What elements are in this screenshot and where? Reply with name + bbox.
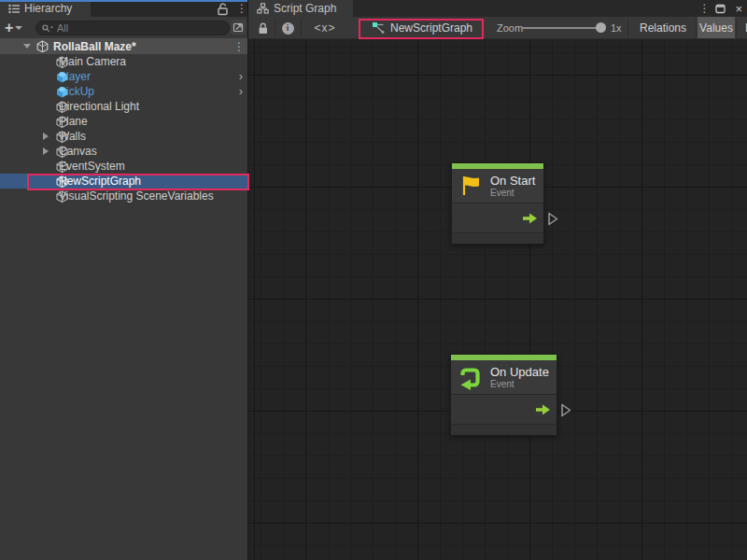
add-object-button[interactable]: + [5, 21, 22, 35]
node-on-start[interactable]: On Start Event [451, 162, 544, 245]
node-body [452, 203, 543, 233]
prefab-chevron-icon[interactable]: › [239, 70, 243, 83]
scene-header-row[interactable]: RollaBall Maze* ⋮ [0, 38, 247, 54]
hierarchy-row-eventsystem[interactable]: EventSystem [0, 159, 247, 174]
hierarchy-row-canvas[interactable]: Canvas [0, 144, 247, 159]
breadcrumb-graph-button[interactable]: NewScriptGraph [365, 19, 479, 37]
hierarchy-toolbar: + [0, 17, 247, 38]
hierarchy-row-plane[interactable]: Plane [0, 114, 247, 129]
zoom-value: 1x [611, 17, 622, 39]
node-subtitle: Event [490, 188, 535, 199]
hierarchy-item-label: NewScriptGraph [59, 175, 141, 188]
tab-script-graph-label: Script Graph [274, 2, 336, 15]
values-toggle-button[interactable]: Values [698, 17, 735, 39]
flag-icon [458, 174, 483, 198]
hierarchy-list-icon [8, 4, 20, 14]
zoom-slider-track[interactable] [521, 27, 605, 29]
chevron-down-icon [15, 26, 22, 30]
node-header: On Update Event [451, 360, 557, 395]
prefab-cube-icon [56, 71, 68, 83]
prefab-cube-icon [56, 86, 68, 98]
relations-toggle-button[interactable]: Relations [631, 17, 695, 39]
script-graph-tabbar: Script Graph ⋮ × [248, 0, 747, 17]
dim-toggle-button[interactable]: Dim [738, 17, 747, 39]
hierarchy-item-label: Directional Light [59, 100, 139, 113]
node-footer [451, 425, 557, 435]
hierarchy-row-pickup[interactable]: PickUp › [0, 84, 247, 99]
scene-collapse-icon[interactable] [23, 44, 31, 49]
focused-panel-indicator [0, 0, 247, 2]
hierarchy-panel: Hierarchy ⋮ + [0, 0, 247, 560]
search-popout-button[interactable] [231, 20, 246, 35]
tab-script-graph[interactable]: Script Graph [248, 0, 353, 17]
search-icon [42, 24, 54, 33]
panel-menu-icon[interactable]: ⋮ [698, 3, 706, 14]
flow-output-port[interactable] [559, 402, 572, 418]
node-subtitle: Event [490, 379, 549, 390]
node-on-update[interactable]: On Update Event [450, 354, 557, 436]
tab-hierarchy[interactable]: Hierarchy [0, 0, 91, 17]
flow-output-port[interactable] [546, 211, 559, 227]
prefab-chevron-icon[interactable]: › [239, 85, 243, 98]
loop-icon [458, 365, 483, 390]
hierarchy-row-main-camera[interactable]: Main Camera [0, 54, 247, 69]
hierarchy-item-label: EventSystem [59, 160, 125, 173]
hierarchy-row-player[interactable]: Player › [0, 69, 247, 84]
flow-arrow-icon [522, 213, 538, 224]
scene-menu-icon[interactable]: ⋮ [233, 41, 241, 52]
graph-info-button[interactable]: i [276, 17, 299, 39]
node-footer [452, 233, 543, 244]
gameobject-cube-icon [56, 56, 68, 68]
scene-name: RollaBall Maze* [53, 40, 136, 53]
script-graph-icon [257, 3, 269, 14]
variables-toggle-button[interactable]: <x> [312, 17, 338, 39]
plus-icon: + [5, 21, 13, 35]
variables-icon: <x> [314, 21, 335, 35]
hierarchy-item-label: Main Camera [59, 55, 126, 68]
popout-icon [233, 21, 244, 33]
expand-arrow-icon[interactable] [43, 133, 49, 140]
graph-asset-icon [372, 21, 385, 35]
graph-lock-button[interactable] [252, 17, 273, 39]
maximize-icon[interactable] [715, 4, 726, 14]
graph-canvas[interactable]: On Start Event [248, 39, 747, 560]
hierarchy-list: Main Camera Player › PickUp › Direc [0, 54, 247, 203]
info-icon: i [282, 22, 294, 35]
node-title: On Start [490, 174, 535, 188]
gameobject-cube-icon [56, 116, 68, 128]
node-header: On Start Event [452, 169, 543, 203]
gameobject-cube-icon [56, 161, 68, 173]
tab-hierarchy-label: Hierarchy [24, 2, 72, 15]
hierarchy-row-walls[interactable]: Walls [0, 129, 247, 144]
gameobject-cube-icon [56, 175, 68, 188]
node-title: On Update [490, 365, 549, 379]
unlock-icon[interactable] [216, 2, 229, 16]
gameobject-cube-icon [56, 131, 68, 143]
zoom-slider-handle[interactable] [596, 22, 606, 33]
hierarchy-row-newscriptgraph[interactable]: NewScriptGraph [0, 174, 247, 189]
unity-scene-icon [36, 40, 49, 52]
close-icon[interactable]: × [735, 3, 742, 15]
flow-arrow-icon [535, 404, 551, 415]
hierarchy-search-box[interactable] [35, 21, 230, 35]
search-input[interactable] [57, 22, 206, 34]
hierarchy-row-directional-light[interactable]: Directional Light [0, 99, 247, 114]
hierarchy-menu-icon[interactable]: ⋮ [236, 3, 244, 14]
breadcrumb-label: NewScriptGraph [390, 21, 472, 35]
script-graph-panel: Script Graph ⋮ × i <x> [247, 0, 747, 560]
zoom-label: Zoom [497, 17, 523, 39]
hierarchy-item-label: VisualScripting SceneVariables [59, 189, 214, 203]
gameobject-cube-icon [56, 190, 68, 203]
expand-arrow-icon[interactable] [43, 147, 49, 155]
lock-icon [257, 21, 269, 35]
graph-toolbar: i <x> NewScriptGraph Zoom 1x Relations V… [248, 17, 747, 39]
gameobject-cube-icon [56, 146, 68, 158]
hierarchy-tabbar: Hierarchy ⋮ [0, 0, 247, 17]
gameobject-cube-icon [56, 101, 68, 113]
node-body [451, 395, 557, 425]
hierarchy-row-scenevariables[interactable]: VisualScripting SceneVariables [0, 189, 247, 203]
